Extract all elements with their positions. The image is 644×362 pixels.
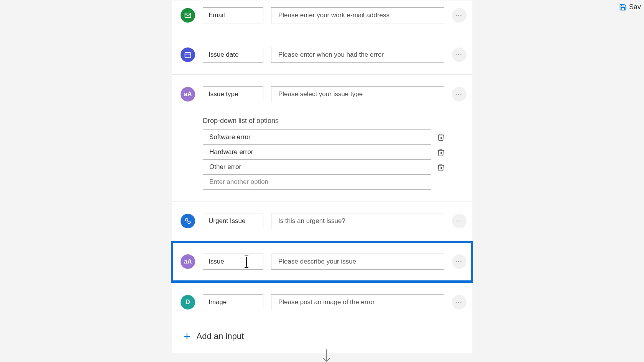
- placeholder-input-email[interactable]: Please enter your work e-mail address: [271, 7, 444, 23]
- file-icon: D: [181, 295, 195, 310]
- plus-icon: +: [184, 331, 191, 342]
- svg-point-5: [185, 218, 188, 221]
- placeholder-text: Please select your issue type: [278, 90, 363, 98]
- more-button[interactable]: ···: [452, 87, 467, 102]
- save-label: Sav: [629, 3, 641, 11]
- toggle-icon: [181, 214, 195, 228]
- save-icon: [619, 3, 627, 11]
- text-icon: aA: [181, 254, 195, 269]
- option-item[interactable]: Hardware error: [203, 144, 431, 160]
- more-button[interactable]: ···: [452, 8, 467, 23]
- input-row-type[interactable]: aA Issue type Please select your issue t…: [172, 75, 472, 201]
- svg-line-7: [187, 221, 188, 221]
- label-text: Issue date: [209, 51, 238, 59]
- option-item[interactable]: Software error: [203, 129, 431, 145]
- options-title: Drop-down list of options: [203, 117, 445, 125]
- add-option-placeholder: Enter another option: [209, 178, 268, 186]
- placeholder-text: Please enter your work e-mail address: [278, 11, 389, 19]
- svg-rect-1: [185, 52, 191, 57]
- more-button[interactable]: ···: [452, 214, 467, 228]
- option-text: Hardware error: [209, 148, 253, 156]
- placeholder-input-image[interactable]: Please post an image of the error: [271, 294, 444, 310]
- label-input-date[interactable]: Issue date: [203, 47, 263, 63]
- label-text: Issue: [209, 258, 224, 265]
- more-button[interactable]: ···: [452, 254, 467, 269]
- arrow-down-icon: [321, 349, 332, 362]
- more-button[interactable]: ···: [452, 295, 467, 310]
- label-text: Image: [209, 298, 227, 306]
- trash-icon[interactable]: [437, 148, 445, 157]
- add-input-button[interactable]: + Add an input: [172, 322, 472, 346]
- placeholder-text: Please post an image of the error: [278, 298, 375, 306]
- trash-icon[interactable]: [437, 133, 445, 141]
- text-cursor-icon: [246, 257, 247, 267]
- placeholder-input-urgent[interactable]: Is this an urgent issue?: [271, 213, 444, 229]
- input-row-image[interactable]: D Image Please post an image of the erro…: [172, 283, 472, 322]
- placeholder-text: Please describe your issue: [278, 258, 356, 265]
- more-button[interactable]: ···: [452, 48, 467, 62]
- label-input-type[interactable]: Issue type: [203, 86, 263, 102]
- placeholder-input-issue[interactable]: Please describe your issue: [271, 254, 444, 270]
- label-input-issue[interactable]: Issue: [203, 254, 263, 270]
- label-text: Issue type: [209, 90, 238, 98]
- calendar-icon: [181, 48, 195, 62]
- placeholder-input-type[interactable]: Please select your issue type: [271, 86, 444, 102]
- input-row-urgent[interactable]: Urgent Issue Is this an urgent issue? ··…: [172, 201, 472, 241]
- add-input-label: Add an input: [197, 331, 244, 341]
- label-input-email[interactable]: Email: [203, 7, 263, 23]
- placeholder-text: Please enter when you had the error: [278, 51, 384, 59]
- label-input-image[interactable]: Image: [203, 294, 263, 310]
- trash-icon[interactable]: [437, 163, 445, 172]
- form-builder-card: Email Please enter your work e-mail addr…: [172, 0, 472, 354]
- save-button[interactable]: Sav: [619, 3, 641, 11]
- input-row-date[interactable]: Issue date Please enter when you had the…: [172, 35, 472, 75]
- input-row-issue[interactable]: aA Issue Please describe your issue ···: [172, 242, 472, 282]
- text-icon: aA: [181, 87, 195, 102]
- add-option-input[interactable]: Enter another option: [203, 174, 431, 190]
- dropdown-options: Drop-down list of options Software error: [181, 117, 467, 190]
- option-item[interactable]: Other error: [203, 159, 431, 175]
- email-icon: [181, 8, 195, 23]
- label-text: Urgent Issue: [209, 217, 245, 225]
- option-text: Other error: [209, 163, 241, 171]
- placeholder-text: Is this an urgent issue?: [278, 217, 345, 225]
- label-text: Email: [209, 11, 225, 19]
- label-input-urgent[interactable]: Urgent Issue: [203, 213, 263, 229]
- placeholder-input-date[interactable]: Please enter when you had the error: [271, 47, 444, 63]
- svg-point-6: [188, 221, 191, 224]
- option-text: Software error: [209, 133, 251, 141]
- input-row-email[interactable]: Email Please enter your work e-mail addr…: [172, 0, 472, 35]
